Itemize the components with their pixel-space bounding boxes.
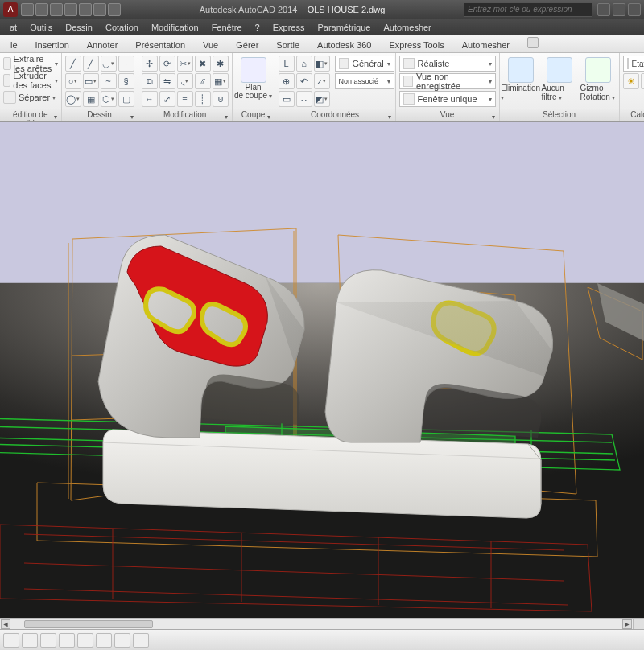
tab-le[interactable]: le [2, 37, 27, 52]
qat-redo-icon[interactable] [108, 3, 121, 16]
ellipse-icon[interactable]: ◯ [65, 91, 81, 107]
viewport-config-dropdown[interactable]: Fenêtre unique [399, 91, 496, 107]
arc-icon[interactable]: ◡ [101, 56, 117, 72]
spline-icon[interactable]: ~ [101, 73, 117, 89]
array-icon[interactable]: ▦ [213, 73, 229, 89]
tab-vue[interactable]: Vue [194, 37, 227, 52]
menu-format[interactable]: at [3, 21, 23, 34]
ucs-icon[interactable]: L [279, 56, 295, 72]
extrude-faces-button[interactable]: Extruder des faces ▾ [3, 72, 58, 88]
tab-automesher[interactable]: Automesher [453, 37, 518, 52]
menu-automesher[interactable]: Automesher [377, 21, 437, 34]
qat-plot-icon[interactable] [79, 3, 92, 16]
break-icon[interactable]: ┊ [195, 91, 211, 107]
point-icon[interactable]: · [118, 56, 134, 72]
help-icon[interactable] [628, 3, 641, 16]
tab-insertion[interactable]: Insertion [27, 37, 78, 52]
tab-gerer[interactable]: Gérer [227, 37, 267, 52]
ucs-assoc-dropdown[interactable]: Non associé [335, 73, 394, 89]
extract-edges-button[interactable]: Extraire les arêtes ▾ [3, 56, 58, 72]
layer-freeze-icon[interactable]: ❄ [641, 73, 644, 89]
visual-style-dropdown[interactable]: Réaliste [399, 56, 496, 72]
exchange-icon[interactable] [613, 3, 625, 16]
tab-presentation[interactable]: Présentation [126, 37, 194, 52]
ucs-face-icon[interactable]: ◧ [314, 56, 330, 72]
panel-title-vue[interactable]: Vue [396, 109, 499, 121]
tab-sortie[interactable]: Sortie [267, 37, 308, 52]
menu-parametrique[interactable]: Paramétrique [311, 21, 377, 34]
region-icon[interactable]: ▢ [118, 91, 134, 107]
tab-focus-dot[interactable] [518, 34, 547, 52]
line-icon[interactable]: ╱ [65, 56, 81, 72]
align-icon[interactable]: ≡ [177, 91, 193, 107]
tab-annoter[interactable]: Annoter [78, 37, 127, 52]
menu-fenetre[interactable]: Fenêtre [205, 21, 249, 34]
tab-express-tools[interactable]: Express Tools [380, 37, 452, 52]
ucs-prev-icon[interactable]: ↶ [296, 73, 312, 89]
ucs-origin-icon[interactable]: ⊕ [279, 73, 295, 89]
culling-button[interactable]: Elimination [503, 56, 539, 101]
ucs-3p-icon[interactable]: ∴ [296, 91, 312, 107]
named-view-dropdown[interactable]: Vue non enregistrée [399, 73, 496, 89]
panel-title-solides[interactable]: édition de solides [0, 109, 61, 121]
layer-lightbulb-icon[interactable]: ☀ [623, 73, 639, 89]
trim-icon[interactable]: ✂ [177, 56, 193, 72]
status-snap-icon[interactable] [3, 633, 19, 648]
hatch-icon[interactable]: ▦ [83, 91, 99, 107]
fillet-icon[interactable]: ◟ [177, 73, 193, 89]
mirror-icon[interactable]: ⇋ [159, 73, 175, 89]
ucs-obj-icon[interactable]: ◩ [314, 91, 330, 107]
scale-icon[interactable]: ⤢ [159, 91, 175, 107]
menu-aide[interactable]: ? [249, 21, 266, 34]
ucs-style-dropdown[interactable]: Général [335, 56, 394, 72]
panel-title-dessin[interactable]: Dessin [62, 109, 138, 121]
menu-outils[interactable]: Outils [23, 21, 59, 34]
status-otrack-icon[interactable] [96, 633, 112, 648]
sign-in-icon[interactable] [597, 3, 610, 16]
status-dyn-icon[interactable] [114, 633, 130, 648]
menu-dessin[interactable]: Dessin [59, 21, 99, 34]
filter-button[interactable]: Aucun filtre [542, 56, 577, 101]
join-icon[interactable]: ⊍ [213, 91, 229, 107]
scroll-thumb[interactable] [24, 620, 153, 628]
separate-button[interactable]: Séparer ▾ [3, 89, 56, 105]
rotate-icon[interactable]: ⟳ [159, 56, 175, 72]
panel-title-coupe[interactable]: Coupe [233, 109, 275, 121]
panel-title-coordonnees[interactable]: Coordonnées [275, 109, 395, 121]
model-viewport[interactable]: ◄ ► [0, 122, 644, 650]
offset-icon[interactable]: ⫽ [195, 73, 211, 89]
status-osnap-icon[interactable] [77, 633, 93, 648]
status-polar-icon[interactable] [59, 633, 75, 648]
rect-icon[interactable]: ▭ [83, 73, 99, 89]
status-lwt-icon[interactable] [133, 633, 149, 648]
panel-title-modification[interactable]: Modification [138, 109, 232, 121]
app-icon[interactable]: A [3, 2, 18, 17]
ucs-z-icon[interactable]: z [314, 73, 330, 89]
menu-modification[interactable]: Modification [145, 21, 205, 34]
tab-autodesk360[interactable]: Autodesk 360 [308, 37, 380, 52]
move-icon[interactable]: ✢ [142, 56, 158, 72]
polygon-icon[interactable]: ⬡ [101, 91, 117, 107]
stretch-icon[interactable]: ↔ [142, 91, 158, 107]
search-input[interactable] [464, 2, 592, 17]
layer-state-dropdown[interactable]: Etat de calque non e [623, 56, 644, 72]
status-ortho-icon[interactable] [40, 633, 56, 648]
horizontal-scrollbar[interactable]: ◄ ► [0, 618, 633, 629]
menu-cotation[interactable]: Cotation [99, 21, 145, 34]
polyline-icon[interactable]: ╱ [83, 56, 99, 72]
qat-new-icon[interactable] [21, 3, 34, 16]
qat-open-icon[interactable] [35, 3, 48, 16]
menu-express[interactable]: Express [266, 21, 312, 34]
qat-save-icon[interactable] [50, 3, 63, 16]
erase-icon[interactable]: ✖ [195, 56, 211, 72]
helix-icon[interactable]: § [118, 73, 134, 89]
gizmo-button[interactable]: Gizmo Rotation [580, 56, 616, 101]
ucs-view-icon[interactable]: ▭ [279, 91, 295, 107]
explode-icon[interactable]: ✱ [213, 56, 229, 72]
copy-icon[interactable]: ⧉ [142, 73, 158, 89]
status-grid-icon[interactable] [22, 633, 38, 648]
scroll-right-icon[interactable]: ► [622, 619, 632, 629]
scroll-left-icon[interactable]: ◄ [1, 619, 10, 629]
section-plane-button[interactable]: Plan de coupe [236, 56, 271, 101]
circle-icon[interactable]: ○ [65, 73, 81, 89]
